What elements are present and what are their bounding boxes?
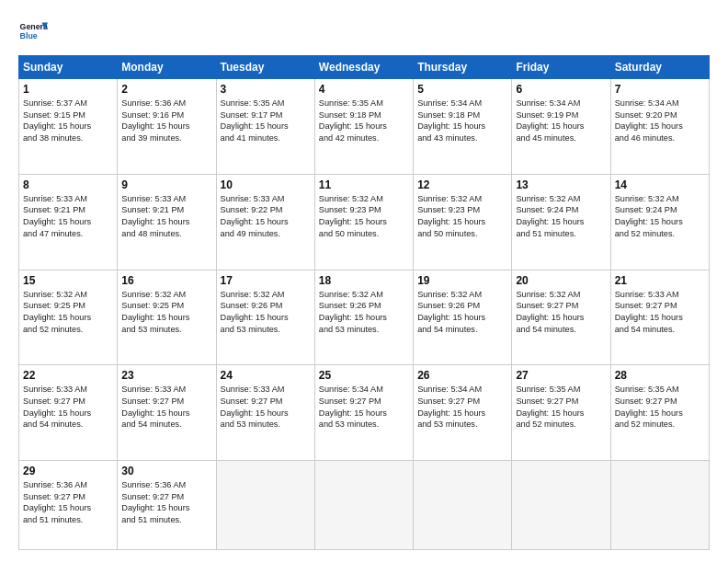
day-number: 14	[615, 178, 705, 191]
day-info: Sunrise: 5:32 AM Sunset: 9:23 PM Dayligh…	[417, 193, 507, 240]
calendar-week-4: 22Sunrise: 5:33 AM Sunset: 9:27 PM Dayli…	[19, 365, 710, 461]
day-info: Sunrise: 5:32 AM Sunset: 9:27 PM Dayligh…	[516, 289, 606, 336]
day-info: Sunrise: 5:37 AM Sunset: 9:15 PM Dayligh…	[23, 98, 113, 144]
calendar-cell: 17Sunrise: 5:32 AM Sunset: 9:26 PM Dayli…	[216, 270, 314, 365]
calendar-week-3: 15Sunrise: 5:32 AM Sunset: 9:25 PM Dayli…	[19, 270, 710, 365]
day-info: Sunrise: 5:35 AM Sunset: 9:27 PM Dayligh…	[615, 384, 705, 431]
day-number: 7	[615, 83, 705, 96]
calendar-cell: 25Sunrise: 5:34 AM Sunset: 9:27 PM Dayli…	[314, 365, 413, 461]
day-info: Sunrise: 5:33 AM Sunset: 9:27 PM Dayligh…	[221, 384, 311, 431]
day-number: 17	[221, 274, 311, 287]
day-info: Sunrise: 5:33 AM Sunset: 9:27 PM Dayligh…	[615, 289, 705, 336]
logo-icon: General Blue	[18, 17, 48, 46]
day-info: Sunrise: 5:33 AM Sunset: 9:21 PM Dayligh…	[23, 193, 113, 240]
day-number: 20	[516, 274, 606, 287]
calendar-cell: 9Sunrise: 5:33 AM Sunset: 9:21 PM Daylig…	[118, 174, 216, 270]
calendar-cell: 1Sunrise: 5:37 AM Sunset: 9:15 PM Daylig…	[19, 79, 118, 175]
day-info: Sunrise: 5:35 AM Sunset: 9:18 PM Dayligh…	[319, 98, 409, 144]
day-info: Sunrise: 5:33 AM Sunset: 9:22 PM Dayligh…	[221, 193, 311, 240]
calendar-cell: 6Sunrise: 5:34 AM Sunset: 9:19 PM Daylig…	[512, 79, 610, 175]
day-number: 30	[121, 465, 211, 477]
day-number: 26	[417, 369, 507, 382]
day-number: 11	[319, 178, 409, 191]
weekday-header-thursday: Thursday	[414, 56, 512, 79]
day-info: Sunrise: 5:34 AM Sunset: 9:20 PM Dayligh…	[615, 98, 705, 144]
calendar-cell	[216, 461, 314, 550]
calendar-cell: 5Sunrise: 5:34 AM Sunset: 9:18 PM Daylig…	[414, 79, 512, 175]
day-info: Sunrise: 5:32 AM Sunset: 9:23 PM Dayligh…	[319, 193, 409, 240]
calendar-cell: 20Sunrise: 5:32 AM Sunset: 9:27 PM Dayli…	[512, 270, 610, 365]
day-number: 8	[23, 178, 113, 191]
calendar-week-1: 1Sunrise: 5:37 AM Sunset: 9:15 PM Daylig…	[19, 79, 710, 175]
calendar-cell: 7Sunrise: 5:34 AM Sunset: 9:20 PM Daylig…	[610, 79, 709, 175]
day-info: Sunrise: 5:34 AM Sunset: 9:27 PM Dayligh…	[417, 384, 507, 431]
calendar-cell: 24Sunrise: 5:33 AM Sunset: 9:27 PM Dayli…	[216, 365, 314, 461]
calendar-cell: 19Sunrise: 5:32 AM Sunset: 9:26 PM Dayli…	[414, 270, 512, 365]
day-info: Sunrise: 5:35 AM Sunset: 9:17 PM Dayligh…	[221, 98, 311, 144]
day-info: Sunrise: 5:34 AM Sunset: 9:27 PM Dayligh…	[319, 384, 409, 431]
weekday-header-tuesday: Tuesday	[216, 56, 314, 79]
logo: General Blue	[18, 17, 48, 46]
calendar-cell: 2Sunrise: 5:36 AM Sunset: 9:16 PM Daylig…	[118, 79, 216, 175]
day-number: 4	[319, 83, 409, 96]
day-info: Sunrise: 5:34 AM Sunset: 9:18 PM Dayligh…	[417, 98, 507, 144]
day-number: 27	[516, 369, 606, 382]
calendar-cell: 12Sunrise: 5:32 AM Sunset: 9:23 PM Dayli…	[414, 174, 512, 270]
weekday-header-friday: Friday	[512, 56, 610, 79]
calendar-cell: 29Sunrise: 5:36 AM Sunset: 9:27 PM Dayli…	[19, 461, 118, 550]
calendar-cell: 14Sunrise: 5:32 AM Sunset: 9:24 PM Dayli…	[610, 174, 709, 270]
calendar-cell	[414, 461, 512, 550]
day-info: Sunrise: 5:36 AM Sunset: 9:27 PM Dayligh…	[23, 479, 113, 526]
calendar-cell: 28Sunrise: 5:35 AM Sunset: 9:27 PM Dayli…	[610, 365, 709, 461]
day-info: Sunrise: 5:33 AM Sunset: 9:21 PM Dayligh…	[121, 193, 211, 240]
day-number: 23	[121, 369, 211, 382]
calendar-cell: 27Sunrise: 5:35 AM Sunset: 9:27 PM Dayli…	[512, 365, 610, 461]
day-number: 10	[221, 178, 311, 191]
page: General Blue SundayMondayTuesdayWednesda…	[0, 0, 728, 563]
calendar-cell: 10Sunrise: 5:33 AM Sunset: 9:22 PM Dayli…	[216, 174, 314, 270]
day-number: 15	[23, 274, 113, 287]
weekday-header-monday: Monday	[118, 56, 216, 79]
calendar-cell: 4Sunrise: 5:35 AM Sunset: 9:18 PM Daylig…	[314, 79, 413, 175]
day-number: 21	[615, 274, 705, 287]
day-number: 2	[121, 83, 211, 96]
day-info: Sunrise: 5:32 AM Sunset: 9:25 PM Dayligh…	[121, 289, 211, 336]
day-info: Sunrise: 5:36 AM Sunset: 9:27 PM Dayligh…	[121, 479, 211, 526]
calendar-cell: 15Sunrise: 5:32 AM Sunset: 9:25 PM Dayli…	[19, 270, 118, 365]
day-number: 1	[23, 83, 113, 96]
day-number: 6	[516, 83, 606, 96]
calendar-cell: 23Sunrise: 5:33 AM Sunset: 9:27 PM Dayli…	[118, 365, 216, 461]
day-number: 28	[615, 369, 705, 382]
day-number: 22	[23, 369, 113, 382]
calendar-cell: 22Sunrise: 5:33 AM Sunset: 9:27 PM Dayli…	[19, 365, 118, 461]
calendar-week-5: 29Sunrise: 5:36 AM Sunset: 9:27 PM Dayli…	[19, 461, 710, 550]
day-info: Sunrise: 5:32 AM Sunset: 9:26 PM Dayligh…	[417, 289, 507, 336]
calendar-cell: 3Sunrise: 5:35 AM Sunset: 9:17 PM Daylig…	[216, 79, 314, 175]
day-info: Sunrise: 5:36 AM Sunset: 9:16 PM Dayligh…	[121, 98, 211, 144]
calendar-cell	[512, 461, 610, 550]
day-number: 13	[516, 178, 606, 191]
weekday-header-wednesday: Wednesday	[314, 56, 413, 79]
calendar-cell	[314, 461, 413, 550]
day-number: 19	[417, 274, 507, 287]
calendar-cell: 8Sunrise: 5:33 AM Sunset: 9:21 PM Daylig…	[19, 174, 118, 270]
calendar-table: SundayMondayTuesdayWednesdayThursdayFrid…	[18, 55, 710, 550]
calendar-cell: 21Sunrise: 5:33 AM Sunset: 9:27 PM Dayli…	[610, 270, 709, 365]
calendar-cell: 18Sunrise: 5:32 AM Sunset: 9:26 PM Dayli…	[314, 270, 413, 365]
day-number: 24	[221, 369, 311, 382]
day-number: 12	[417, 178, 507, 191]
day-info: Sunrise: 5:34 AM Sunset: 9:19 PM Dayligh…	[516, 98, 606, 144]
day-number: 5	[417, 83, 507, 96]
day-info: Sunrise: 5:32 AM Sunset: 9:24 PM Dayligh…	[615, 193, 705, 240]
calendar-cell: 13Sunrise: 5:32 AM Sunset: 9:24 PM Dayli…	[512, 174, 610, 270]
day-info: Sunrise: 5:32 AM Sunset: 9:26 PM Dayligh…	[319, 289, 409, 336]
calendar-cell: 26Sunrise: 5:34 AM Sunset: 9:27 PM Dayli…	[414, 365, 512, 461]
weekday-header-sunday: Sunday	[19, 56, 118, 79]
day-number: 18	[319, 274, 409, 287]
day-info: Sunrise: 5:33 AM Sunset: 9:27 PM Dayligh…	[121, 384, 211, 431]
day-number: 29	[23, 465, 113, 477]
calendar-week-2: 8Sunrise: 5:33 AM Sunset: 9:21 PM Daylig…	[19, 174, 710, 270]
header: General Blue	[18, 17, 710, 46]
day-info: Sunrise: 5:33 AM Sunset: 9:27 PM Dayligh…	[23, 384, 113, 431]
day-info: Sunrise: 5:32 AM Sunset: 9:26 PM Dayligh…	[221, 289, 311, 336]
